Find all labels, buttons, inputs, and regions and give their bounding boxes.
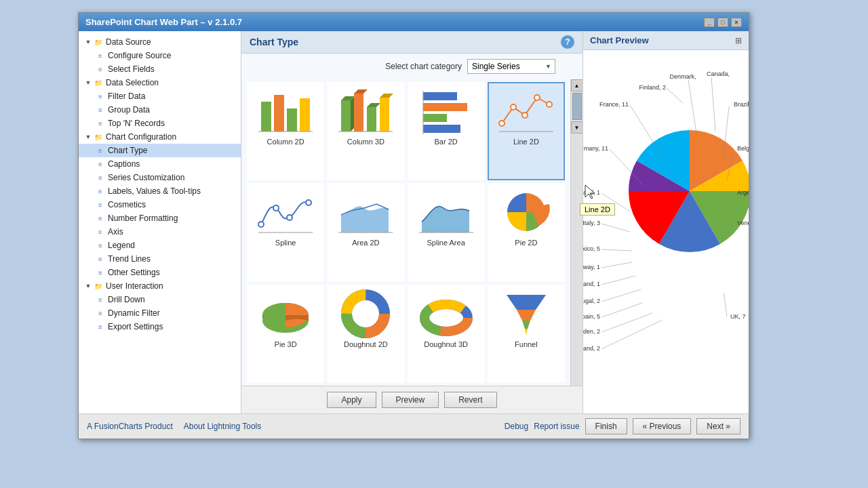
- preview-button[interactable]: Preview: [382, 392, 439, 408]
- finish-button[interactable]: Finish: [585, 418, 627, 434]
- chart-scrollbar: ▲ ▼: [570, 79, 583, 386]
- chart-item-spline[interactable]: Spline: [247, 183, 324, 281]
- tree-item-group-data[interactable]: ≡ Group Data: [79, 103, 241, 117]
- chart-item-pie2d[interactable]: Pie 2D: [488, 183, 565, 281]
- chart-label-splinearea: Spline Area: [427, 239, 465, 247]
- tree-item-top-n-records[interactable]: ≡ Top 'N' Records: [79, 117, 241, 130]
- tree-item-export-settings[interactable]: ≡ Export Settings: [79, 320, 241, 333]
- chart-item-area2d[interactable]: Area 2D: [327, 183, 404, 281]
- svg-text:Mexico, 5: Mexico, 5: [583, 245, 600, 252]
- svg-point-20: [499, 121, 505, 126]
- tree-item-cosmetics[interactable]: ≡ Cosmetics: [79, 198, 241, 211]
- tree-item-trend-lines[interactable]: ≡ Trend Lines: [79, 252, 241, 266]
- tree-item-number-formatting[interactable]: ≡ Number Formatting: [79, 211, 241, 225]
- svg-rect-0: [261, 102, 271, 131]
- tree-item-captions[interactable]: ≡ Captions: [79, 157, 241, 171]
- svg-line-79: [601, 289, 641, 302]
- svg-text:Brazil,: Brazil,: [734, 101, 749, 108]
- close-button[interactable]: ×: [731, 18, 742, 27]
- svg-line-53: [688, 80, 696, 134]
- chart-item-bar2d[interactable]: Bar 2D: [408, 82, 485, 180]
- tree-item-drill-down[interactable]: ≡ Drill Down: [79, 293, 241, 306]
- chart-item-column2d[interactable]: Column 2D: [247, 82, 324, 180]
- svg-line-55: [711, 77, 715, 131]
- tree-item-labels-values[interactable]: ≡ Labels, Values & Tool-tips: [79, 184, 241, 198]
- previous-button[interactable]: « Previous: [633, 418, 692, 434]
- next-button[interactable]: Next »: [696, 418, 741, 434]
- tree-group-data-selection[interactable]: ▼ 📁 Data Selection: [79, 76, 241, 89]
- scroll-down-button[interactable]: ▼: [571, 121, 583, 134]
- nav-tree: ▼ 📁 Data Source ≡ Configure Source ≡ Sel…: [79, 31, 241, 413]
- category-dropdown[interactable]: Single SeriesMulti SeriesScatterCombinat…: [467, 59, 555, 74]
- preview-expand-button[interactable]: ⊞: [735, 36, 742, 45]
- chart-item-doughnut2d[interactable]: Doughnut 2D: [327, 285, 404, 383]
- help-button[interactable]: ?: [561, 35, 574, 49]
- svg-line-87: [601, 320, 663, 349]
- minimize-button[interactable]: _: [704, 18, 715, 27]
- tree-item-legend[interactable]: ≡ Legend: [79, 239, 241, 252]
- svg-text:Spain, 5: Spain, 5: [583, 313, 600, 320]
- svg-text:Denmark,: Denmark,: [669, 73, 696, 80]
- chart-thumbnail-area2d: [335, 188, 396, 236]
- item-icon: ≡: [95, 159, 106, 169]
- folder-icon: 📁: [93, 131, 104, 142]
- fusion-link[interactable]: A FusionCharts Product: [87, 422, 173, 431]
- chart-item-pie3d[interactable]: Pie 3D: [247, 285, 324, 383]
- chart-item-line2d[interactable]: Line 2D: [488, 82, 565, 180]
- svg-line-69: [601, 224, 630, 232]
- chart-label-doughnut3d: Doughnut 3D: [424, 340, 468, 348]
- svg-text:Italy, 3: Italy, 3: [583, 220, 600, 226]
- tree-group-user-interaction[interactable]: ▼ 📁 User Interaction: [79, 279, 241, 293]
- expand-icon: ▼: [84, 133, 92, 141]
- item-icon: ≡: [95, 91, 106, 102]
- svg-line-85: [724, 293, 727, 317]
- tree-item-dynamic-filter[interactable]: ≡ Dynamic Filter: [79, 306, 241, 320]
- tree-item-configure-source[interactable]: ≡ Configure Source: [79, 49, 241, 62]
- chart-item-doughnut3d[interactable]: Doughnut 3D: [408, 285, 485, 383]
- chart-thumbnail-doughnut3d: [416, 290, 477, 338]
- svg-marker-9: [354, 89, 368, 94]
- tree-item-filter-data[interactable]: ≡ Filter Data: [79, 89, 241, 103]
- report-link[interactable]: Report issue: [534, 422, 579, 431]
- desktop: SharePoint Chart Web Part – v 2.1.0.7 _ …: [0, 0, 868, 488]
- chart-item-splinearea[interactable]: Spline Area: [408, 183, 485, 281]
- preview-chart-svg: Finland, 2 Denmark, Canada, France, 11 B…: [588, 69, 744, 394]
- chart-thumbnail-splinearea: [416, 188, 477, 236]
- tree-item-series-customization[interactable]: ≡ Series Customization: [79, 171, 241, 184]
- svg-rect-1: [274, 95, 284, 131]
- item-icon: ≡: [95, 308, 106, 319]
- chart-label-pie3d: Pie 3D: [275, 340, 297, 348]
- footer-right: Debug Report issue Finish « Previous Nex…: [505, 418, 741, 434]
- chart-thumbnail-pie2d: [496, 188, 557, 236]
- svg-point-45: [434, 310, 458, 325]
- maximize-button[interactable]: □: [717, 18, 728, 27]
- scroll-thumb[interactable]: [572, 93, 582, 120]
- chart-thumbnail-pie3d: [255, 290, 316, 338]
- main-content: Chart Type ? Select chart category Singl…: [241, 31, 583, 413]
- chart-item-funnel[interactable]: Funnel: [488, 285, 565, 383]
- chart-type-panel: Chart Type ? Select chart category Singl…: [241, 31, 583, 413]
- scroll-up-button[interactable]: ▲: [571, 79, 583, 92]
- svg-text:Belgium,: Belgium,: [737, 145, 749, 152]
- folder-icon: 📁: [93, 281, 104, 291]
- chart-item-column3d[interactable]: Column 3D: [327, 82, 404, 180]
- tree-item-axis[interactable]: ≡ Axis: [79, 225, 241, 239]
- tree-group-chart-configuration[interactable]: ▼ 📁 Chart Configuration: [79, 130, 241, 144]
- tree-group-data-source[interactable]: ▼ 📁 Data Source: [79, 35, 241, 49]
- apply-button[interactable]: Apply: [327, 392, 376, 408]
- svg-text:Sweden, 2: Sweden, 2: [583, 328, 600, 335]
- tree-item-other-settings[interactable]: ≡ Other Settings: [79, 266, 241, 279]
- item-icon: ≡: [95, 240, 106, 251]
- preview-content: Finland, 2 Denmark, Canada, France, 11 B…: [583, 50, 749, 413]
- chart-label-spline: Spline: [275, 239, 296, 247]
- chart-thumbnail-doughnut2d: [335, 290, 396, 338]
- tree-item-chart-type[interactable]: ≡ Chart Type: [79, 144, 241, 157]
- about-link[interactable]: About Lightning Tools: [184, 422, 262, 431]
- tree-item-select-fields[interactable]: ≡ Select Fields: [79, 62, 241, 76]
- category-label: Select chart category: [385, 62, 462, 71]
- debug-link[interactable]: Debug: [505, 422, 528, 431]
- svg-rect-17: [423, 114, 447, 122]
- revert-button[interactable]: Revert: [444, 392, 496, 408]
- svg-point-21: [511, 104, 516, 110]
- svg-text:Ireland, 1: Ireland, 1: [583, 189, 600, 196]
